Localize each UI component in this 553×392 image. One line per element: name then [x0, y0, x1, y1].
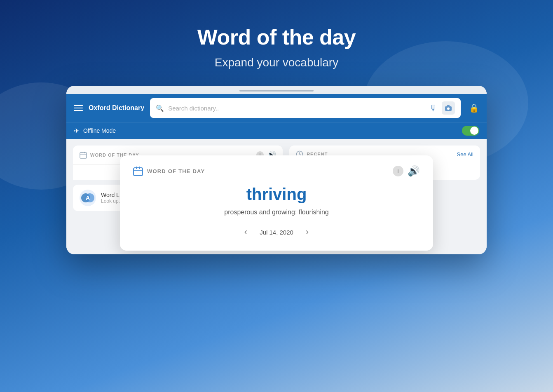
wotd-word: thriving	[133, 185, 420, 204]
wotd-definition: prosperous and growing; flourishing	[133, 209, 420, 216]
offline-toggle[interactable]	[462, 126, 479, 136]
svg-rect-15	[136, 167, 137, 169]
mic-icon[interactable]: 🎙	[429, 103, 438, 113]
hero-section: Word of the day Expand your vocabulary	[0, 0, 553, 69]
svg-line-9	[300, 154, 301, 155]
svg-rect-16	[139, 167, 140, 169]
word-list-icon-svg: A	[80, 190, 95, 205]
svg-point-1	[447, 108, 450, 110]
wotd-floating-header-left: WORD OF THE DAY	[133, 166, 205, 176]
wotd-next-arrow[interactable]: ›	[302, 225, 313, 239]
scroll-handle	[66, 86, 487, 94]
toggle-knob	[470, 127, 478, 135]
hero-title: Word of the day	[0, 25, 553, 49]
hamburger-icon[interactable]	[74, 105, 83, 111]
offline-left: ✈ Offline Mode	[74, 127, 116, 135]
app-window-wrapper: Oxford Dictionary 🔍 Search dictionary.. …	[66, 86, 487, 254]
search-input-placeholder[interactable]: Search dictionary..	[168, 105, 422, 112]
wotd-calendar-icon	[133, 166, 143, 176]
wotd-floating-speaker-icon[interactable]: 🔊	[408, 165, 420, 177]
calendar-icon	[80, 151, 87, 159]
offline-bar: ✈ Offline Mode	[66, 122, 487, 139]
app-title: Oxford Dictionary	[89, 104, 144, 112]
hero-subtitle: Expand your vocabulary	[0, 56, 553, 69]
app-title-regular: Dictionary	[110, 104, 144, 111]
wotd-prev-arrow[interactable]: ‹	[240, 225, 251, 239]
svg-rect-5	[82, 152, 82, 153]
app-window: Oxford Dictionary 🔍 Search dictionary.. …	[66, 86, 487, 254]
app-content: WORD OF THE DAY i 🔊	[66, 139, 487, 254]
svg-rect-13	[134, 168, 143, 176]
wotd-floating-info-icon[interactable]: i	[393, 166, 403, 176]
list-item-icon: A	[80, 190, 96, 206]
camera-icon[interactable]	[442, 101, 455, 115]
search-icon: 🔍	[156, 104, 164, 112]
offline-label: Offline Mode	[83, 127, 116, 134]
wotd-floating-label: WORD OF THE DAY	[147, 168, 205, 174]
svg-rect-2	[447, 105, 450, 107]
see-all-link[interactable]: See All	[457, 151, 473, 157]
search-bar[interactable]: 🔍 Search dictionary.. 🎙	[150, 98, 461, 118]
wotd-floating-header: WORD OF THE DAY i 🔊	[133, 165, 420, 177]
svg-text:A: A	[86, 195, 90, 201]
app-header: Oxford Dictionary 🔍 Search dictionary.. …	[66, 94, 487, 122]
lock-icon: 🔒	[469, 103, 479, 113]
airplane-icon: ✈	[74, 127, 79, 135]
wotd-nav: ‹ Jul 14, 2020 ›	[133, 225, 420, 239]
scroll-handle-bar	[239, 90, 314, 92]
wotd-date: Jul 14, 2020	[260, 229, 293, 236]
svg-rect-3	[80, 153, 87, 158]
svg-rect-6	[84, 152, 85, 153]
wotd-floating-card: WORD OF THE DAY i 🔊 thriving prosperous …	[120, 155, 433, 251]
wotd-floating-icons: i 🔊	[393, 165, 420, 177]
app-title-bold: Oxford	[89, 104, 110, 111]
